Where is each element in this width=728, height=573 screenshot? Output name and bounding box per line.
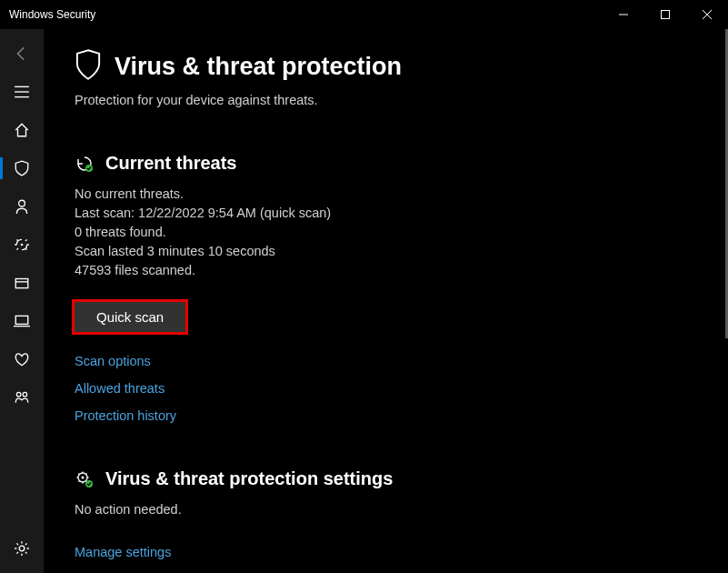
protection-settings-title: Virus & threat protection settings [105,468,393,489]
files-scanned-text: 47593 files scanned. [75,261,697,280]
sidebar [0,29,44,573]
title-bar: Windows Security [0,0,728,29]
current-threats-section: Current threats No current threats. Last… [75,153,697,423]
window-controls [603,0,728,29]
page-subtitle: Protection for your device against threa… [75,93,697,107]
maximize-button[interactable] [644,0,686,29]
quick-scan-button[interactable]: Quick scan [75,302,185,332]
protection-history-link[interactable]: Protection history [75,408,176,423]
sidebar-item-firewall[interactable] [0,226,44,264]
sidebar-item-device-security[interactable] [0,302,44,340]
scan-status-icon [75,154,95,174]
svg-rect-9 [15,279,28,288]
page-title: Virus & threat protection [115,53,402,81]
main-content: Virus & threat protection Protection for… [44,29,728,573]
sidebar-item-device-performance[interactable] [0,340,44,378]
threat-status-text: No current threats. [75,185,697,204]
page-header: Virus & threat protection [75,49,697,84]
close-button[interactable] [686,0,728,29]
svg-rect-11 [15,316,28,324]
sidebar-item-home[interactable] [0,111,44,149]
back-button[interactable] [0,35,44,73]
scan-duration-text: Scan lasted 3 minutes 10 seconds [75,242,697,261]
svg-point-18 [82,476,85,478]
allowed-threats-link[interactable]: Allowed threats [75,381,165,396]
sidebar-item-settings[interactable] [0,529,44,568]
svg-point-14 [23,392,27,397]
scan-options-link[interactable]: Scan options [75,354,151,368]
svg-rect-1 [662,11,670,19]
svg-point-7 [19,200,25,206]
svg-point-13 [16,392,21,397]
shield-icon [75,49,102,84]
window-title: Windows Security [9,8,95,21]
sidebar-item-account-protection[interactable] [0,187,44,226]
last-scan-text: Last scan: 12/22/2022 9:54 AM (quick sca… [75,204,697,223]
protection-settings-section: Virus & threat protection settings No ac… [75,468,697,559]
threats-found-text: 0 threats found. [75,223,697,242]
settings-status-icon [75,469,95,489]
sidebar-item-app-browser-control[interactable] [0,264,44,302]
sidebar-item-family-options[interactable] [0,378,44,417]
manage-settings-link[interactable]: Manage settings [75,545,171,559]
current-threats-title: Current threats [105,153,236,174]
minimize-button[interactable] [603,0,644,29]
svg-point-8 [21,244,24,246]
svg-point-15 [19,546,25,551]
sidebar-item-virus-protection[interactable] [0,149,44,187]
settings-status-text: No action needed. [75,500,697,519]
menu-button[interactable] [0,73,44,111]
